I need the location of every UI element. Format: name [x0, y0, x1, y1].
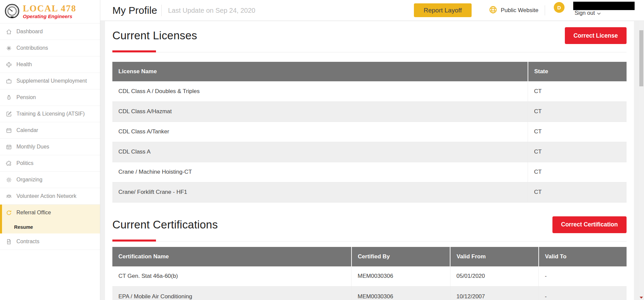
licenses-section-title: Current Licenses: [112, 29, 197, 42]
sidebar-item-label: Calendar: [16, 127, 38, 133]
top-header-bar: My Profile Last Update on Sep 24, 2020 R…: [100, 0, 644, 21]
globe-icon: [489, 5, 497, 15]
header-divider: [161, 5, 162, 16]
sidebar-item-label: Training & Licensing (ATSIF): [16, 111, 85, 117]
table-cell: CDL Class A / Doubles & Triples: [112, 81, 528, 101]
table-cell: CT Gen. Stat 46a-60(b): [112, 266, 352, 287]
report-layoff-button[interactable]: Report Layoff: [414, 3, 472, 17]
table-cell: -: [539, 266, 627, 287]
column-header: Valid From: [450, 247, 539, 266]
table-row: CT Gen. Stat 46a-60(b)MEM003030605/01/20…: [112, 266, 627, 287]
scroll-down-arrow-icon[interactable]: [640, 297, 643, 299]
public-website-label: Public Website: [501, 7, 538, 14]
sidebar-subitem-label: Resume: [14, 224, 33, 230]
gear-icon: [5, 176, 12, 183]
page-title: My Profile: [112, 5, 157, 16]
table-cell: Crane / Machine Hoisting-CT: [112, 162, 528, 182]
sidebar-item-label: Referral Office: [16, 210, 51, 216]
money-bag-icon: $: [5, 94, 12, 101]
sidebar: LOCAL 478 Operating Engineers Dashboard …: [0, 0, 100, 300]
sidebar-item-contracts[interactable]: PDF Contracts: [0, 233, 100, 250]
table-cell: EPA / Mobile Air Conditioning: [112, 287, 352, 300]
column-header: State: [528, 62, 627, 81]
briefcase-icon: [5, 78, 12, 84]
section-underline: [112, 50, 627, 52]
calendar-grid-icon: [5, 143, 12, 150]
sidebar-group-referral-office: Referral Office Resume: [0, 205, 100, 233]
puzzle-icon: [5, 160, 12, 167]
table-cell: CDL Class A/Tanker: [112, 122, 528, 142]
sign-out-button[interactable]: Sign out: [575, 10, 601, 16]
app-logo[interactable]: LOCAL 478 Operating Engineers: [0, 0, 100, 24]
table-cell: 05/01/2020: [450, 266, 539, 287]
table-cell: MEM0030306: [352, 266, 450, 287]
referral-refresh-icon: [5, 209, 12, 216]
member-name-redacted: [573, 2, 635, 10]
scrollbar-track[interactable]: [639, 21, 644, 300]
column-header: License Name: [112, 62, 528, 81]
sidebar-item-label: Volunteer Action Network: [16, 193, 76, 199]
column-header: Certified By: [352, 247, 450, 266]
member-portal: LOCAL 478 Operating Engineers Dashboard …: [0, 0, 644, 300]
sidebar-item-organizing[interactable]: Organizing: [0, 172, 100, 188]
table-cell: CT: [528, 182, 627, 202]
sidebar-item-calendar[interactable]: Calendar: [0, 122, 100, 139]
sidebar-item-label: Health: [16, 61, 32, 68]
header-divider: [545, 5, 545, 15]
sidebar-item-dashboard[interactable]: Dashboard: [0, 24, 100, 40]
table-cell: CDL Class A: [112, 142, 528, 162]
edit-icon: [5, 111, 12, 117]
certifications-table: Certification NameCertified ByValid From…: [112, 247, 627, 300]
correct-license-button[interactable]: Correct License: [565, 27, 627, 44]
table-row: CDL Class A / Doubles & TriplesCT: [112, 81, 627, 101]
table-cell: MEM0030306: [352, 287, 450, 300]
main-content: Current Licenses Correct License License…: [100, 21, 644, 300]
licenses-section-header: Current Licenses Correct License: [112, 25, 627, 46]
sidebar-item-politics[interactable]: Politics: [0, 155, 100, 172]
table-row: Crane/ Forklift Crane - HF1CT: [112, 182, 627, 202]
sidebar-item-monthly-dues[interactable]: Monthly Dues: [0, 139, 100, 155]
table-row: Crane / Machine Hoisting-CTCT: [112, 162, 627, 182]
svg-text:PDF: PDF: [7, 241, 10, 243]
table-cell: CT: [528, 162, 627, 182]
people-icon: [5, 193, 12, 200]
correct-certification-button[interactable]: Correct Certification: [552, 216, 627, 233]
sidebar-item-pension[interactable]: $ Pension: [0, 89, 100, 106]
sidebar-item-referral-office[interactable]: Referral Office: [2, 205, 100, 221]
logo-title: LOCAL 478: [23, 4, 76, 13]
sidebar-item-label: Politics: [16, 160, 34, 166]
certifications-section-header: Current Certifications Correct Certifica…: [112, 214, 627, 235]
last-update-text: Last Update on Sep 24, 2020: [168, 6, 255, 14]
table-cell: CT: [528, 101, 627, 122]
sidebar-item-volunteer-action-network[interactable]: Volunteer Action Network: [0, 188, 100, 205]
sidebar-item-label: Supplemental Unemployment: [16, 78, 87, 84]
table-cell: CT: [528, 81, 627, 101]
table-header-row: License NameState: [112, 62, 627, 81]
sidebar-item-label: Monthly Dues: [16, 144, 49, 150]
avatar[interactable]: D: [554, 2, 565, 13]
scrollbar-thumb[interactable]: [639, 30, 643, 86]
sign-out-label: Sign out: [575, 10, 595, 16]
home-icon: [5, 28, 12, 35]
sidebar-item-resume[interactable]: Resume: [2, 221, 100, 233]
profile-card: Current Licenses Correct License License…: [105, 21, 634, 300]
sidebar-item-supplemental-unemployment[interactable]: Supplemental Unemployment: [0, 73, 100, 89]
contributions-icon: [5, 45, 12, 51]
table-header-row: Certification NameCertified ByValid From…: [112, 247, 627, 266]
sidebar-item-training-licensing[interactable]: Training & Licensing (ATSIF): [0, 106, 100, 122]
table-cell: CT: [528, 122, 627, 142]
sidebar-item-label: Contributions: [16, 45, 48, 51]
sidebar-item-contributions[interactable]: Contributions: [0, 40, 100, 56]
sidebar-item-health[interactable]: Health: [0, 56, 100, 73]
section-underline: [112, 240, 627, 242]
table-cell: 10/12/2007: [450, 287, 539, 300]
calendar-icon: [5, 127, 12, 134]
svg-text:$: $: [8, 97, 9, 99]
licenses-table: License NameState CDL Class A / Doubles …: [112, 62, 627, 203]
table-row: CDL Class A/TankerCT: [112, 122, 627, 142]
table-cell: CDL Class A/Hazmat: [112, 101, 528, 122]
sidebar-item-label: Organizing: [16, 177, 42, 183]
sidebar-item-label: Dashboard: [16, 29, 43, 35]
sidebar-item-label: Pension: [16, 94, 36, 100]
public-website-link[interactable]: Public Website: [489, 0, 538, 21]
